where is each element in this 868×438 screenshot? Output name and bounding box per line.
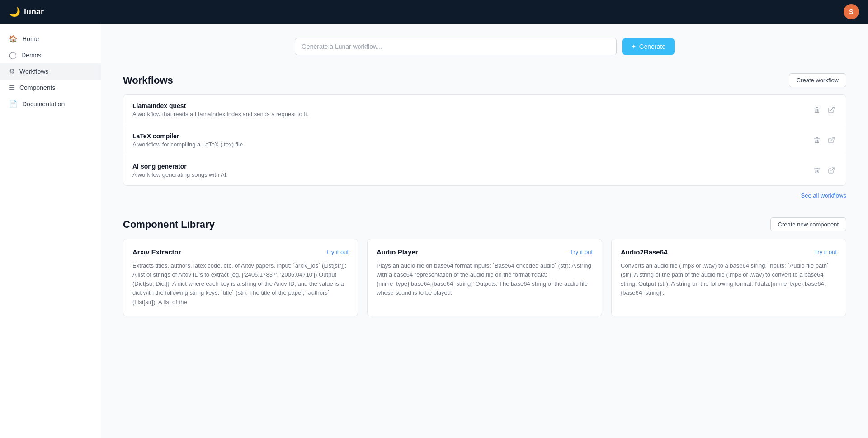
workflow-description: A workflow generating songs with AI. [132,171,811,178]
workflow-description: A workflow for compiling a LaTeX (.tex) … [132,141,811,148]
workflow-actions [811,165,837,176]
component-name: Arxiv Extractor [132,248,181,256]
demos-icon: ◯ [9,51,17,59]
sidebar-label-demos: Demos [21,52,41,59]
workflows-section-header: Workflows Create workflow [123,73,846,87]
delete-workflow-button[interactable] [811,135,822,146]
workflow-info: AI song generator A workflow generating … [132,163,811,178]
workflows-title: Workflows [123,75,173,86]
svg-line-0 [831,107,834,110]
main-content: ✦ Generate Workflows Create workflow Lla… [101,24,868,438]
brand-name: lunar [24,7,44,17]
component-name: Audio2Base64 [621,248,667,256]
sidebar-label-components: Components [19,84,55,91]
workflows-card: LlamaIndex quest A workflow that reads a… [123,94,846,186]
documentation-icon: 📄 [9,100,18,108]
sidebar-item-demos[interactable]: ◯ Demos [0,47,101,63]
delete-workflow-button[interactable] [811,165,822,176]
sparkle-icon: ✦ [631,43,637,50]
create-component-button[interactable]: Create new component [770,217,846,231]
component-name: Audio Player [377,248,418,256]
workflow-item: AI song generator A workflow generating … [123,155,846,185]
component-description: Converts an audio file (.mp3 or .wav) to… [621,261,837,298]
try-it-out-link[interactable]: Try it out [814,249,837,255]
workflow-name: LaTeX compiler [132,132,811,140]
workflow-name: LlamaIndex quest [132,102,811,109]
component-description: Plays an audio file on base64 format Inp… [377,261,593,298]
svg-line-1 [831,137,834,141]
component-description: Extracts titles, authors, latex code, et… [132,261,349,307]
workflow-actions [811,104,837,115]
sidebar-label-home: Home [22,35,39,42]
sidebar-item-documentation[interactable]: 📄 Documentation [0,96,101,112]
sidebar-item-components[interactable]: ☰ Components [0,80,101,96]
open-workflow-button[interactable] [826,165,837,176]
create-workflow-button[interactable]: Create workflow [789,73,846,87]
sidebar-label-workflows: Workflows [19,68,48,75]
generate-label: Generate [639,43,665,50]
sidebar-item-home[interactable]: 🏠 Home [0,31,101,47]
avatar[interactable]: S [844,4,859,19]
workflow-item: LaTeX compiler A workflow for compiling … [123,125,846,155]
workflows-icon: ⚙ [9,67,15,75]
generate-button[interactable]: ✦ Generate [622,38,675,55]
workflow-name: AI song generator [132,163,811,170]
see-all-container: See all workflows [123,191,846,199]
svg-line-2 [831,168,834,171]
moon-icon: 🌙 [9,6,20,17]
workflow-description: A workflow that reads a LlamaIndex index… [132,111,811,118]
try-it-out-link[interactable]: Try it out [326,249,349,255]
delete-workflow-button[interactable] [811,104,822,115]
brand: 🌙 lunar [9,6,44,17]
navbar: 🌙 lunar S [0,0,868,24]
components-icon: ☰ [9,84,15,92]
workflow-info: LlamaIndex quest A workflow that reads a… [132,102,811,118]
sidebar-label-documentation: Documentation [22,100,65,108]
component-card: Arxiv Extractor Try it out Extracts titl… [123,239,358,316]
components-title: Component Library [123,219,215,231]
try-it-out-link[interactable]: Try it out [570,249,593,255]
workflow-actions [811,135,837,146]
open-workflow-button[interactable] [826,135,837,146]
open-workflow-button[interactable] [826,104,837,115]
sidebar: 🏠 Home ◯ Demos ⚙ Workflows ☰ Components … [0,24,101,438]
components-grid: Arxiv Extractor Try it out Extracts titl… [123,239,846,316]
component-card-header: Audio2Base64 Try it out [621,248,837,256]
search-input[interactable] [295,38,617,55]
sidebar-item-workflows[interactable]: ⚙ Workflows [0,63,101,80]
home-icon: 🏠 [9,35,18,43]
component-card-header: Arxiv Extractor Try it out [132,248,349,256]
component-card: Audio2Base64 Try it out Converts an audi… [611,239,846,316]
see-all-workflows-link[interactable]: See all workflows [801,192,846,199]
search-bar-container: ✦ Generate [295,38,675,55]
component-card-header: Audio Player Try it out [377,248,593,256]
workflow-item: LlamaIndex quest A workflow that reads a… [123,95,846,125]
components-section-header: Component Library Create new component [123,217,846,231]
component-card: Audio Player Try it out Plays an audio f… [367,239,602,316]
workflow-info: LaTeX compiler A workflow for compiling … [132,132,811,148]
